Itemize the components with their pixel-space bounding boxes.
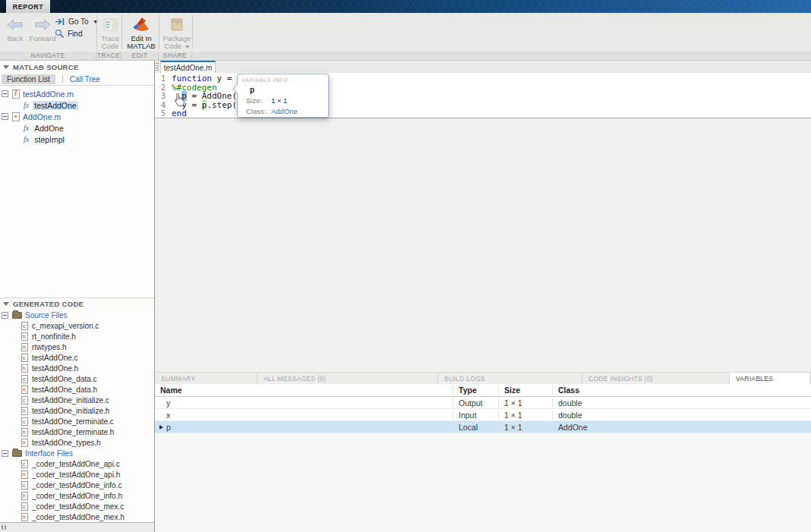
- tree-file-label[interactable]: testAddOne.m: [23, 90, 74, 99]
- tree-file-label[interactable]: AddOne.m: [23, 112, 61, 121]
- tree-generated-file-row[interactable]: h_coder_testAddOne_mex.h: [0, 512, 154, 522]
- editor-tab-testAddOne[interactable]: testAddOne.m: [160, 61, 216, 73]
- tree-generated-file-row[interactable]: hrtwtypes.h: [0, 342, 154, 352]
- tree-generated-file-row[interactable]: c_coder_testAddOne_info.c: [0, 480, 154, 490]
- tree-file-label[interactable]: testAddOne_initialize.h: [32, 407, 109, 415]
- tree-file-label[interactable]: _coder_testAddOne_info.h: [32, 492, 122, 500]
- table-row-p[interactable]: pLocal1 × 1AddOne: [155, 421, 811, 433]
- bottom-tab-all-messages[interactable]: ALL MESSAGES (0): [257, 373, 438, 384]
- tree-folder-label[interactable]: Source Files: [25, 311, 68, 320]
- tree-file-label[interactable]: _coder_testAddOne_mex.c: [32, 502, 124, 511]
- package-code-button[interactable]: Package Code: [161, 16, 193, 50]
- call-tree-tab[interactable]: Call Tree: [70, 75, 100, 83]
- tree-generated-file-row[interactable]: ctestAddOne.c: [0, 352, 154, 363]
- file-icon: h: [21, 343, 28, 351]
- tab-grip-icon[interactable]: [156, 63, 159, 72]
- forward-button[interactable]: Forward: [29, 16, 56, 42]
- tree-generated-file-row[interactable]: c_coder_testAddOne_api.c: [0, 458, 154, 469]
- tree-generated-file-row[interactable]: htestAddOne_types.h: [0, 437, 154, 448]
- tree-generated-file-row[interactable]: h_coder_testAddOne_api.h: [0, 469, 154, 480]
- tree-generated-file-row[interactable]: cc_mexapi_version.c: [0, 320, 154, 331]
- column-header-class: Class: [552, 386, 811, 395]
- bottom-tab-code-insights[interactable]: CODE INSIGHTS (0): [582, 373, 730, 384]
- tree-function-row[interactable]: fxstepImpl: [0, 134, 154, 145]
- trace-code-button[interactable]: Trace Code: [99, 16, 121, 50]
- tooltip-size-value: 1 × 1: [271, 96, 287, 105]
- tree-file-label[interactable]: testAddOne_initialize.c: [32, 396, 109, 405]
- tree-generated-file-row[interactable]: htestAddOne_initialize.h: [0, 405, 154, 416]
- tooltip-size-label: Size:: [246, 96, 271, 105]
- tree-file-label[interactable]: testAddOne_data.h: [32, 386, 97, 394]
- tree-generated-file-row[interactable]: c_coder_testAddOne_mex.c: [0, 501, 154, 512]
- tree-file-label[interactable]: testAddOne_types.h: [32, 439, 101, 447]
- collapse-minus-icon[interactable]: [2, 90, 8, 97]
- bottom-tab-summary[interactable]: SUMMARY: [155, 373, 257, 384]
- tree-function-label[interactable]: AddOne: [33, 124, 65, 133]
- tree-file-label[interactable]: c_mexapi_version.c: [32, 322, 99, 330]
- collapse-minus-icon[interactable]: [2, 113, 8, 120]
- bottom-tab-build-logs[interactable]: BUILD LOGS: [438, 373, 582, 384]
- matlab-source-header[interactable]: MATLAB SOURCE: [0, 61, 154, 73]
- tree-file-row[interactable]: AddOne.m: [0, 111, 154, 122]
- tree-folder-label[interactable]: Interface Files: [25, 449, 73, 458]
- tree-file-label[interactable]: rtwtypes.h: [32, 343, 67, 351]
- tree-file-label[interactable]: _coder_testAddOne_api.h: [32, 471, 120, 479]
- file-icon: h: [21, 471, 28, 479]
- find-button[interactable]: Find: [55, 29, 98, 39]
- generated-code-header[interactable]: GENERATED CODE: [0, 297, 154, 310]
- goto-button[interactable]: Go To: [55, 17, 98, 26]
- sidebar-footer: [0, 522, 154, 532]
- back-button[interactable]: Back: [3, 16, 27, 42]
- sidebar: MATLAB SOURCE Function List Call Tree te…: [0, 61, 155, 532]
- cell-class: double: [552, 398, 811, 408]
- main-panel: testAddOne.m 1function y = testAddOne(x)…: [155, 61, 811, 532]
- tree-file-label[interactable]: testAddOne.c: [32, 354, 78, 362]
- table-row-y[interactable]: yOutput1 × 1double: [155, 397, 811, 409]
- tree-file-label[interactable]: testAddOne_terminate.h: [32, 428, 114, 436]
- section-share: SHARE: [159, 52, 192, 60]
- find-icon: [55, 29, 65, 39]
- tree-generated-file-row[interactable]: htestAddOne.h: [0, 363, 154, 373]
- tree-function-row[interactable]: fxAddOne: [0, 122, 154, 134]
- toolbar-separator: [192, 15, 193, 49]
- tree-file-label[interactable]: _coder_testAddOne_mex.h: [32, 513, 125, 521]
- tree-generated-file-row[interactable]: ctestAddOne_initialize.c: [0, 395, 154, 405]
- function-list-tab[interactable]: Function List: [2, 74, 55, 84]
- tooltip-header: VARIABLE INFO: [238, 74, 328, 83]
- tree-generated-file-row[interactable]: h_coder_testAddOne_info.h: [0, 490, 154, 501]
- tree-folder-row[interactable]: Interface Files: [0, 448, 154, 458]
- tree-file-label[interactable]: testAddOne_terminate.c: [32, 417, 114, 426]
- tree-file-label[interactable]: rt_nonfinite.h: [32, 332, 76, 341]
- tree-generated-file-row[interactable]: hrt_nonfinite.h: [0, 331, 154, 342]
- tree-function-label[interactable]: testAddOne: [33, 101, 77, 110]
- report-tab[interactable]: REPORT: [6, 0, 50, 13]
- collapse-minus-icon[interactable]: [2, 450, 8, 457]
- bottom-panel-tabs: SUMMARYALL MESSAGES (0)BUILD LOGSCODE IN…: [155, 372, 811, 384]
- edit-in-matlab-button[interactable]: Edit In MATLAB: [124, 16, 159, 50]
- tree-function-label[interactable]: stepImpl: [33, 135, 66, 144]
- collapse-minus-icon[interactable]: [2, 312, 8, 319]
- tree-file-label[interactable]: testAddOne.h: [32, 364, 78, 373]
- titlebar-pattern: [0, 0, 811, 13]
- tooltip-class-link[interactable]: AddOne: [271, 107, 298, 115]
- tree-file-label[interactable]: _coder_testAddOne_api.c: [32, 460, 120, 468]
- tree-generated-file-row[interactable]: ctestAddOne_terminate.c: [0, 416, 154, 427]
- variables-table-header: NameTypeSizeClass: [155, 384, 811, 397]
- resize-grip-icon[interactable]: [2, 525, 8, 530]
- package-icon: [170, 16, 184, 33]
- mfile-function-icon: [12, 90, 20, 99]
- expand-arrow-icon[interactable]: [159, 425, 163, 430]
- table-row-x[interactable]: xInput1 × 1double: [155, 409, 811, 421]
- tree-file-label[interactable]: testAddOne_data.c: [32, 375, 97, 383]
- tree-file-row[interactable]: testAddOne.m: [0, 88, 154, 99]
- tree-function-row[interactable]: fxtestAddOne: [0, 99, 154, 111]
- bottom-tab-variables[interactable]: VARIABLES: [730, 373, 810, 384]
- tree-generated-file-row[interactable]: htestAddOne_data.h: [0, 384, 154, 395]
- tree-file-label[interactable]: _coder_testAddOne_info.c: [32, 481, 121, 490]
- cell-type: Output: [453, 398, 498, 408]
- tree-generated-file-row[interactable]: ctestAddOne_data.c: [0, 373, 154, 384]
- folder-icon: [12, 312, 22, 319]
- source-view-tabs: Function List Call Tree: [0, 73, 154, 86]
- tree-folder-row[interactable]: Source Files: [0, 310, 154, 320]
- tree-generated-file-row[interactable]: htestAddOne_terminate.h: [0, 427, 154, 437]
